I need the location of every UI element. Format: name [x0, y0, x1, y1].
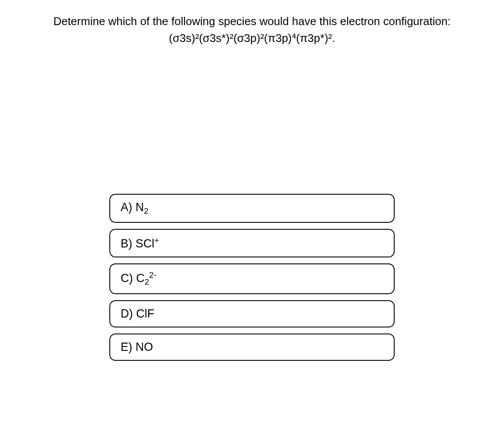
option-c-text: C	[136, 272, 145, 285]
option-b-sup: +	[154, 236, 159, 245]
option-a-text: N	[136, 201, 144, 214]
option-c-sup: 2-	[149, 270, 156, 279]
question-prompt: Determine which of the following species…	[26, 13, 478, 47]
option-e[interactable]: E) NO	[109, 334, 395, 361]
option-d[interactable]: D) ClF	[109, 300, 395, 327]
option-d-text: ClF	[136, 307, 154, 320]
question-line1: Determine which of the following species…	[53, 15, 450, 28]
option-b-text: SCl	[136, 237, 155, 250]
option-a-letter: A)	[121, 201, 132, 214]
option-a-sub: 2	[144, 206, 149, 215]
option-c-sub: 2	[145, 278, 150, 287]
option-e-text: NO	[136, 340, 153, 353]
option-a[interactable]: A) N2	[109, 194, 395, 223]
option-b-letter: B)	[121, 237, 132, 250]
option-c[interactable]: C) C22-	[109, 263, 395, 294]
option-c-letter: C)	[121, 272, 133, 285]
question-line2: (σ3s)²(σ3s*)²(σ3p)²(π3p)⁴(π3p*)².	[169, 32, 335, 45]
option-e-letter: E)	[121, 340, 132, 353]
options-list: A) N2 B) SCl+ C) C22- D) ClF E) NO	[26, 194, 478, 361]
option-d-letter: D)	[121, 307, 133, 320]
option-b[interactable]: B) SCl+	[109, 229, 395, 257]
